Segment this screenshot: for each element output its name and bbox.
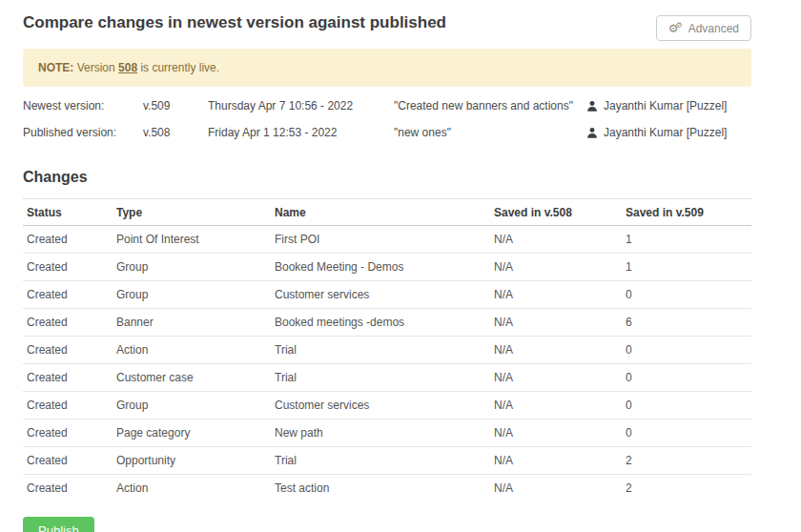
cell-name: Trial [271,337,490,364]
newest-version-row: Newest version: v.509 Thursday Apr 7 10:… [23,92,751,119]
user-icon [586,127,598,139]
table-row: Created Group Customer services N/A 0 [23,281,751,309]
cell-saved-v509: 1 [622,226,751,254]
newest-version-comment: "Created new banners and actions" [394,99,586,113]
cell-saved-v508: N/A [490,475,622,502]
cell-type: Group [113,281,271,309]
user-icon [586,100,598,113]
column-header-status: Status [23,199,113,226]
cogs-icon: ⚙⚙ [668,23,683,34]
cell-saved-v509: 0 [622,364,751,392]
cell-type: Action [113,337,271,364]
table-row: Created Opportunity Trial N/A 2 [23,447,751,475]
cell-saved-v509: 1 [622,254,751,281]
note-prefix: NOTE: [38,61,73,74]
cell-type: Action [113,475,271,502]
cell-type: Page category [113,419,271,447]
newest-version-user: Jayanthi Kumar [Puzzel] [586,99,751,113]
table-row: Created Customer case Trial N/A 0 [23,364,751,392]
cell-type: Group [113,392,271,419]
cell-name: Booked Meeting - Demos [271,254,490,281]
changes-table: Status Type Name Saved in v.508 Saved in… [23,198,751,501]
cell-saved-v509: 0 [622,419,751,447]
published-version-user-name: Jayanthi Kumar [Puzzel] [604,126,727,139]
cell-saved-v509: 2 [622,447,751,475]
changes-table-body: Created Point Of Interest First POI N/A … [23,226,751,502]
published-version-number: v.508 [143,126,208,139]
cell-saved-v509: 6 [622,309,751,337]
published-version-row: Published version: v.508 Friday Apr 1 12… [23,119,751,146]
cell-type: Customer case [113,364,271,392]
cell-type: Point Of Interest [113,226,271,254]
cell-name: Test action [271,475,490,502]
table-row: Created Group Booked Meeting - Demos N/A… [23,254,751,281]
column-header-saved-v508: Saved in v.508 [490,199,622,226]
cell-saved-v509: 0 [622,337,751,364]
cell-name: Customer services [271,392,490,419]
cell-saved-v509: 2 [622,475,751,502]
published-version-label: Published version: [23,126,143,139]
cell-status: Created [23,447,113,475]
newest-version-date: Thursday Apr 7 10:56 - 2022 [208,99,394,113]
table-row: Created Action Test action N/A 2 [23,475,751,502]
advanced-button-label: Advanced [688,22,739,35]
published-version-date: Friday Apr 1 12:53 - 2022 [208,126,394,139]
cell-saved-v508: N/A [490,281,622,309]
table-row: Created Point Of Interest First POI N/A … [23,226,751,254]
cell-saved-v508: N/A [490,337,622,364]
page-header: Compare changes in newest version agains… [23,0,751,41]
changes-table-header: Status Type Name Saved in v.508 Saved in… [23,199,751,226]
live-version-link[interactable]: 508 [118,61,137,74]
version-info: Newest version: v.509 Thursday Apr 7 10:… [23,92,751,146]
cell-saved-v509: 0 [622,281,751,309]
cell-name: New path [271,419,490,447]
page-title: Compare changes in newest version agains… [23,12,446,33]
publish-button[interactable]: Publish [23,517,94,532]
cell-name: Booked meetings -demos [271,309,490,337]
cell-saved-v508: N/A [490,419,622,447]
cell-saved-v508: N/A [490,447,622,475]
cell-name: First POI [271,226,490,254]
newest-version-label: Newest version: [23,99,143,113]
cell-status: Created [23,392,113,419]
newest-version-number: v.509 [143,99,208,113]
advanced-button[interactable]: ⚙⚙ Advanced [656,15,751,41]
cell-saved-v508: N/A [490,309,622,337]
cell-status: Created [23,475,113,502]
table-row: Created Action Trial N/A 0 [23,337,751,364]
cell-status: Created [23,254,113,281]
cell-type: Group [113,254,271,281]
cell-saved-v508: N/A [490,226,622,254]
published-version-comment: "new ones" [394,126,586,139]
newest-version-user-name: Jayanthi Kumar [Puzzel] [604,99,727,113]
published-version-user: Jayanthi Kumar [Puzzel] [586,126,751,139]
cell-saved-v508: N/A [490,392,622,419]
cell-status: Created [23,419,113,447]
cell-status: Created [23,281,113,309]
table-row: Created Banner Booked meetings -demos N/… [23,309,751,337]
cell-saved-v508: N/A [490,364,622,392]
live-version-note: NOTE: Version 508 is currently live. [23,49,751,87]
column-header-type: Type [113,199,271,226]
cell-name: Trial [271,447,490,475]
cell-type: Opportunity [113,447,271,475]
cell-status: Created [23,364,113,392]
changes-heading: Changes [23,169,751,186]
cell-status: Created [23,309,113,337]
cell-saved-v509: 0 [622,392,751,419]
table-row: Created Group Customer services N/A 0 [23,392,751,419]
table-row: Created Page category New path N/A 0 [23,419,751,447]
column-header-saved-v509: Saved in v.509 [622,199,751,226]
note-text-before: Version [73,61,118,74]
cell-status: Created [23,337,113,364]
cell-status: Created [23,226,113,254]
note-text-after: is currently live. [137,61,219,74]
column-header-name: Name [271,199,490,226]
compare-versions-page: Compare changes in newest version agains… [23,0,751,532]
cell-type: Banner [113,309,271,337]
cell-name: Trial [271,364,490,392]
cell-saved-v508: N/A [490,254,622,281]
cell-name: Customer services [271,281,490,309]
